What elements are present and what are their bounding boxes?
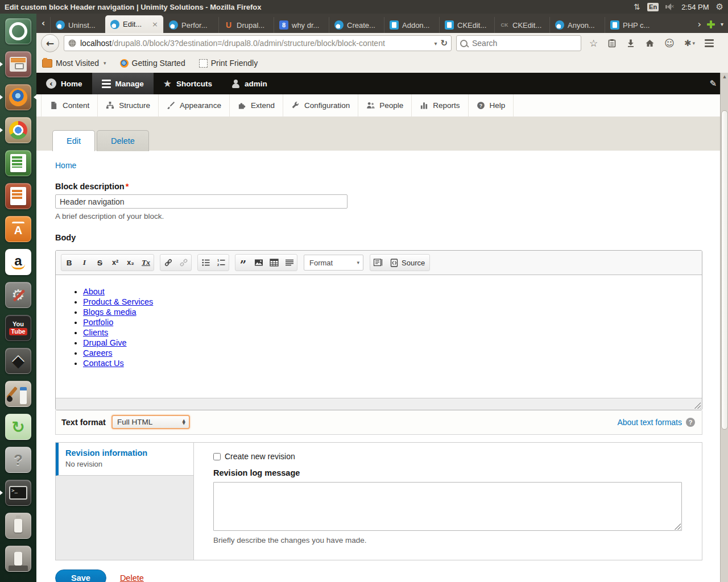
new-tab-icon[interactable]	[707, 20, 715, 28]
tab-close-icon[interactable]: ×	[152, 20, 158, 28]
vertical-tab-revision[interactable]: Revision information No revision	[56, 443, 193, 476]
launcher-item-software-center[interactable]: A	[0, 215, 36, 243]
contextual-edit-pencil-icon[interactable]: ✎	[709, 73, 720, 94]
bookmark-star-icon[interactable]: ☆	[589, 38, 598, 49]
launcher-item-usb-eject[interactable]	[0, 545, 36, 572]
strikethrough-button[interactable]: S	[92, 255, 107, 271]
menu-hamburger-icon[interactable]	[705, 39, 714, 47]
browser-tab[interactable]: Addon...	[384, 17, 439, 33]
downloads-icon[interactable]	[626, 39, 635, 48]
search-input[interactable]	[471, 38, 577, 48]
tab-scroll-left-icon[interactable]: ‹	[38, 15, 49, 31]
bookmarks-panel-icon[interactable]	[607, 39, 617, 48]
create-new-revision-checkbox[interactable]	[213, 453, 221, 460]
bulleted-list-button[interactable]	[198, 255, 213, 271]
editor-link[interactable]: Product & Services	[83, 297, 153, 306]
back-button[interactable]: ←	[41, 34, 59, 52]
image-button[interactable]	[251, 255, 266, 271]
launcher-item-system-settings[interactable]: ⚙	[0, 281, 36, 309]
addon-spider-icon[interactable]: ✱▾	[684, 38, 695, 48]
launcher-item-terminal[interactable]: >_	[0, 479, 36, 506]
tab-list-dropdown-icon[interactable]: ▾	[721, 21, 723, 27]
menu-people[interactable]: People	[358, 94, 412, 117]
menu-configuration[interactable]: Configuration	[283, 94, 358, 117]
browser-tab[interactable]: 8why dr...	[274, 17, 329, 33]
reload-icon[interactable]: ↻	[440, 38, 448, 48]
italic-button[interactable]: I	[77, 255, 92, 271]
bookmark-getting-started[interactable]: Getting Started	[120, 59, 185, 68]
toolbar-home[interactable]: ‹Home	[36, 73, 92, 94]
toolbar-shortcuts[interactable]: ★Shortcuts	[154, 73, 222, 94]
horizontal-rule-button[interactable]	[282, 255, 297, 271]
subscript-button[interactable]: x₂	[123, 255, 138, 271]
scroll-up-icon[interactable]: ▲	[721, 74, 728, 79]
launcher-item-help[interactable]: ?	[0, 446, 36, 473]
browser-tab[interactable]: Create...	[329, 17, 384, 33]
editor-link[interactable]: Clients	[83, 328, 108, 337]
tab-delete[interactable]: Delete	[97, 130, 149, 151]
block-description-input[interactable]	[55, 194, 348, 209]
show-blocks-button[interactable]	[370, 255, 386, 271]
editor-link[interactable]: Drupal Give	[83, 338, 127, 347]
launcher-item-dash[interactable]	[0, 18, 36, 45]
browser-tab[interactable]: CKEdit...	[439, 17, 494, 33]
feedback-smiley-icon[interactable]: ☺	[664, 38, 675, 49]
paragraph-format-select[interactable]: Format▾	[304, 255, 363, 271]
text-format-select[interactable]: Full HTML▲▼	[111, 415, 190, 429]
url-bar[interactable]: localhost/drupal8.0/block/3?destination=…	[64, 35, 452, 51]
page-scrollbar[interactable]: ▲	[720, 73, 728, 582]
menu-reports[interactable]: Reports	[412, 94, 468, 117]
source-button[interactable]: Source	[386, 255, 429, 271]
launcher-item-libreoffice-calc[interactable]	[0, 149, 36, 177]
browser-tab-active[interactable]: Edit...×	[105, 15, 163, 33]
launcher-item-amazon[interactable]: a	[0, 248, 36, 276]
menu-extend[interactable]: Extend	[230, 94, 283, 117]
table-button[interactable]	[266, 255, 282, 271]
tab-scroll-right-icon[interactable]: ›	[698, 19, 701, 30]
browser-tab[interactable]: Anyon...	[549, 17, 605, 33]
toolbar-manage[interactable]: Manage	[92, 73, 154, 94]
launcher-item-firefox[interactable]	[0, 84, 36, 111]
revision-log-textarea[interactable]	[213, 482, 682, 531]
numbered-list-button[interactable]: 12	[213, 255, 229, 271]
bookmark-most-visited[interactable]: Most Visited▾	[42, 59, 106, 68]
superscript-button[interactable]: x²	[107, 255, 123, 271]
blockquote-button[interactable]: ”	[235, 255, 251, 271]
menu-content[interactable]: Content	[41, 94, 98, 117]
clock[interactable]: 2:54 PM	[681, 3, 709, 11]
editor-link[interactable]: About	[83, 287, 105, 296]
launcher-item-paint[interactable]	[0, 380, 36, 408]
save-button[interactable]: Save	[55, 569, 106, 582]
home-icon[interactable]	[645, 39, 655, 48]
ckeditor-content[interactable]: About Product & Services Blogs & media P…	[56, 275, 702, 398]
menu-structure[interactable]: Structure	[98, 94, 159, 117]
tab-edit[interactable]: Edit	[52, 130, 95, 151]
bookmark-print-friendly[interactable]: Print Friendly	[199, 59, 258, 68]
toolbar-admin-user[interactable]: admin	[222, 73, 277, 94]
help-question-icon[interactable]: ?	[686, 418, 695, 427]
launcher-item-usb[interactable]	[0, 512, 36, 539]
browser-tab[interactable]: UDrupal...	[218, 17, 274, 33]
launcher-item-youtube[interactable]: YouTube	[0, 314, 36, 342]
remove-format-button[interactable]: Tx	[138, 255, 154, 271]
unlink-button[interactable]	[176, 255, 191, 271]
browser-tab[interactable]: PHP c...	[605, 17, 660, 33]
about-text-formats-link[interactable]: About text formats	[617, 418, 682, 427]
browser-tab[interactable]: CKCKEdit...	[494, 17, 549, 33]
editor-link[interactable]: Portfolio	[83, 318, 113, 327]
editor-link[interactable]: Careers	[83, 348, 113, 357]
launcher-item-sync[interactable]: ↻	[0, 413, 36, 440]
url-dropdown-icon[interactable]: ▾	[434, 40, 437, 47]
delete-link[interactable]: Delete	[120, 573, 144, 582]
launcher-item-file-manager[interactable]	[0, 51, 36, 78]
bold-button[interactable]: B	[61, 255, 77, 271]
menu-help[interactable]: ?Help	[469, 94, 514, 117]
browser-tab[interactable]: Perfor...	[163, 17, 218, 33]
link-button[interactable]	[160, 255, 176, 271]
session-gear-icon[interactable]: ⚙	[716, 2, 723, 12]
search-box[interactable]	[456, 35, 581, 51]
editor-resize-grip[interactable]	[694, 402, 701, 409]
launcher-item-inkscape[interactable]: ◆	[0, 347, 36, 375]
editor-link[interactable]: Blogs & media	[83, 307, 136, 317]
scrollbar-thumb[interactable]	[721, 110, 728, 430]
